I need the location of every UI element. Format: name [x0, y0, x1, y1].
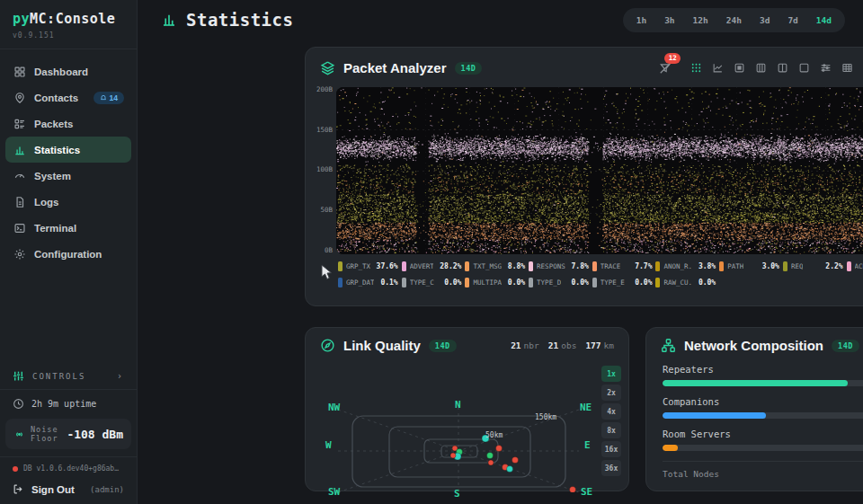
range-button-3d[interactable]: 3d	[752, 12, 778, 29]
noise-floor-value: -108 dBm	[67, 428, 123, 441]
packet-analyzer-toolbar: 12 TotalAirtime	[656, 57, 863, 78]
zoom-button-36x[interactable]: 36x	[601, 460, 621, 476]
legend-item-GRP_TXT[interactable]: GRP_TXT37.6%	[338, 261, 398, 271]
ring-label-150km: 150km	[535, 413, 556, 421]
main-content: Statistics 1h3h12h24h3d7d14d Packet Anal…	[138, 0, 863, 504]
packet-analyzer-range-badge: 14D	[455, 62, 483, 75]
legend-swatch	[847, 261, 851, 271]
link-quality-title: Link Quality	[343, 338, 421, 353]
square-filled-icon[interactable]	[730, 59, 748, 77]
legend-item-MULTIPA[interactable]: MULTIPA...0.0%	[465, 278, 525, 287]
legend-item-GRP_DATA[interactable]: GRP_DATA0.1%	[338, 278, 398, 287]
range-button-7d[interactable]: 7d	[779, 12, 805, 29]
composition-bar-fill	[663, 412, 766, 419]
legend-percent: 7.7%	[632, 262, 652, 270]
sidebar-item-label: Terminal	[34, 223, 76, 234]
filter-off-icon[interactable]: 12	[656, 59, 674, 77]
legend-item-TYPE_C[interactable]: TYPE_C0.0%	[402, 278, 462, 287]
sign-out-button[interactable]: Sign Out (admin)	[0, 476, 137, 504]
terminal-icon	[13, 221, 26, 234]
sidebar-item-dashboard[interactable]: Dashboard	[5, 58, 131, 84]
zoom-button-2x[interactable]: 2x	[601, 385, 621, 401]
equalizer-icon[interactable]	[816, 59, 834, 77]
legend-percent: 8.8%	[505, 262, 525, 270]
legend-swatch	[719, 261, 724, 271]
range-button-14d[interactable]: 14d	[808, 12, 840, 29]
y-tick-label: 0B	[325, 247, 333, 254]
compass-plot: NWNNEWESWSSE150km50km	[306, 360, 630, 492]
line-chart-icon[interactable]	[708, 59, 726, 77]
direction-label-ne: NE	[580, 402, 592, 413]
legend-percent: 7.8%	[569, 262, 589, 270]
composition-label: Room Servers	[663, 429, 731, 439]
range-button-24h[interactable]: 24h	[718, 12, 750, 29]
page-title: Statistics	[161, 10, 293, 30]
sidebar-item-logs[interactable]: Logs	[5, 189, 131, 215]
sidebar-item-system[interactable]: System	[5, 163, 131, 189]
system-icon	[13, 169, 26, 182]
legend-swatch	[592, 278, 597, 287]
legend-percent: 0.0%	[441, 279, 461, 287]
compass-icon	[320, 338, 335, 353]
sidebar-item-label: Dashboard	[34, 66, 88, 77]
sidebar-item-contacts[interactable]: Contacts14	[5, 84, 131, 111]
sidebar-item-statistics[interactable]: Statistics	[5, 137, 131, 163]
legend-item-TYPE_E[interactable]: TYPE_E0.0%	[592, 278, 653, 287]
sliders-icon	[13, 370, 24, 382]
compass-zoom-controls: 1x2x4x8x16x36x	[601, 366, 621, 476]
packet-chart-y-axis: 200B150B100B50B0B	[313, 87, 336, 254]
network-composition-title: Network Composition	[684, 338, 823, 353]
sidebar-item-label: Statistics	[34, 145, 80, 155]
sidebar-item-packets[interactable]: Packets	[5, 111, 131, 137]
grid-dots-icon[interactable]	[687, 59, 705, 77]
legend-swatch	[529, 261, 533, 271]
legend-item-RAW_CU[interactable]: RAW_CU...0.0%	[655, 278, 716, 287]
legend-item-ADVERT[interactable]: ADVERT28.2%	[402, 261, 462, 271]
contacts-count-badge: 14	[93, 92, 124, 104]
composition-row-header: Room Servers19 (5%)	[663, 429, 863, 440]
total-nodes-row: Total Nodes358	[663, 469, 863, 482]
legend-item-PATH[interactable]: PATH3.0%	[719, 261, 779, 271]
square-outline-icon[interactable]	[795, 59, 813, 77]
sidebar-item-configuration[interactable]: Configuration	[5, 241, 131, 267]
sidebar-item-terminal[interactable]: Terminal	[5, 215, 131, 241]
sidebar-item-controls[interactable]: CONTROLS ›	[0, 363, 137, 389]
square-columns-icon[interactable]	[752, 59, 770, 77]
legend-item-RESPONSE[interactable]: RESPONSE7.8%	[529, 261, 589, 271]
legend-item-ANON_R[interactable]: ANON_R..3.8%	[655, 261, 716, 271]
db-version: DB v1.0.6.dev40+g86ab…	[23, 464, 119, 473]
packet-scatter-chart[interactable]	[336, 87, 863, 254]
legend-swatch	[655, 278, 660, 287]
legend-item-TYPE_D[interactable]: TYPE_D0.0%	[529, 278, 589, 287]
legend-item-ACK[interactable]: ACK0.8%	[847, 261, 863, 271]
zoom-button-8x[interactable]: 8x	[601, 422, 621, 438]
legend-item-TRACE[interactable]: TRACE7.7%	[592, 261, 653, 271]
range-button-3h[interactable]: 3h	[656, 12, 682, 29]
sidebar-nav: DashboardContacts14PacketsStatisticsSyst…	[0, 49, 137, 276]
legend-swatch	[783, 261, 787, 271]
legend-percent: 0.0%	[505, 279, 525, 287]
packet-chart-area: 200B150B100B50B0B	[306, 85, 863, 254]
statistics-icon	[161, 12, 177, 28]
legend-swatch	[529, 278, 533, 287]
legend-name: ACK	[855, 262, 863, 270]
composition-divider	[663, 461, 863, 462]
legend-item-REQ[interactable]: REQ2.2%	[783, 261, 843, 271]
direction-label-n: N	[455, 399, 461, 411]
filter-count-badge: 12	[664, 53, 681, 64]
square-split-icon[interactable]	[773, 59, 791, 77]
chevron-right-icon: ›	[117, 371, 124, 381]
legend-name: PATH	[727, 262, 743, 270]
composition-bar-track	[663, 380, 863, 386]
table-icon[interactable]	[838, 59, 856, 77]
zoom-button-1x[interactable]: 1x	[601, 366, 621, 382]
top-bar: Statistics 1h3h12h24h3d7d14d	[138, 0, 863, 40]
legend-name: TRACE	[601, 262, 621, 270]
zoom-button-16x[interactable]: 16x	[601, 441, 621, 457]
zoom-button-4x[interactable]: 4x	[601, 403, 621, 420]
sign-out-label: Sign Out	[31, 484, 75, 495]
stat-nbr: 21nbr	[511, 340, 539, 350]
legend-item-TXT_MSG[interactable]: TXT_MSG8.8%	[465, 261, 525, 271]
range-button-1h[interactable]: 1h	[628, 12, 654, 29]
range-button-12h[interactable]: 12h	[685, 12, 716, 29]
